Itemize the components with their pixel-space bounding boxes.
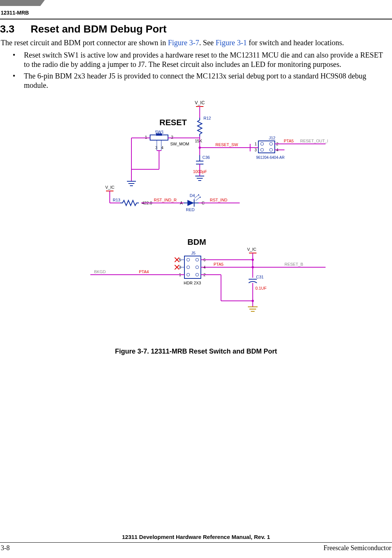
ground-icon <box>248 307 258 311</box>
net-pta5: PTA5 <box>284 139 294 143</box>
label-sw1-p1: 1 <box>145 135 147 139</box>
svg-point-57 <box>196 273 199 276</box>
label-c36-val: 1000pF <box>193 169 207 174</box>
label-vic-top: V_IC <box>195 100 205 105</box>
section-number: 3.3 <box>0 23 31 35</box>
svg-marker-46 <box>199 196 201 198</box>
section-title: Reset and BDM Debug Port <box>31 23 167 35</box>
ground-icon <box>127 181 136 186</box>
footer-rule <box>0 542 392 543</box>
label-sw-mom: SW_MOM <box>170 142 189 146</box>
ground-icon <box>195 174 219 181</box>
label-d4: D4 <box>190 193 195 198</box>
svg-rect-18 <box>258 141 275 153</box>
svg-marker-41 <box>187 200 194 206</box>
net-bkgd: BKGD <box>94 269 106 274</box>
label-vic-left: V_IC <box>105 185 115 189</box>
footer-company: Freescale Semiconductor <box>324 544 391 552</box>
intro-text-pre: The reset circuit and BDM port connector… <box>1 38 168 47</box>
svg-point-54 <box>187 266 190 269</box>
svg-point-56 <box>187 273 190 276</box>
label-j12-p3: 3 <box>255 148 257 152</box>
xref-figure-3-7[interactable]: Figure 3-7 <box>168 38 199 47</box>
label-j12-p1: 1 <box>255 142 257 146</box>
page-content: 12311-MRB 3.3Reset and BDM Debug Port Th… <box>0 0 392 355</box>
page-footer: 12311 Development Hardware Reference Man… <box>0 534 392 552</box>
page-tab-decoration <box>0 0 45 6</box>
label-d4-red: RED <box>186 207 195 212</box>
svg-marker-45 <box>198 194 199 195</box>
label-r12-val: 15K <box>195 139 202 143</box>
bullet-list: Reset switch SW1 is active low and provi… <box>0 50 392 90</box>
header-rule <box>0 19 392 19</box>
label-r12: R12 <box>203 116 211 120</box>
svg-point-20 <box>270 142 273 145</box>
intro-text-mid: . See <box>199 38 216 47</box>
net-reset-out-b: RESET_OUT_B <box>300 139 328 143</box>
intro-text-post: for switch and header locations. <box>247 38 344 47</box>
figure-caption: Figure 3-7. 12311-MRB Reset Switch and B… <box>64 348 328 355</box>
label-sw1-p2: 2 <box>171 135 173 139</box>
label-bdm-vic: V_IC <box>247 247 256 252</box>
figure-3-7: RESET V_IC R12 15K SW1 1 2 3 4 SW_MOM <box>64 99 328 355</box>
svg-point-22 <box>270 148 273 151</box>
svg-rect-3 <box>156 133 162 136</box>
svg-rect-2 <box>150 135 168 140</box>
net-rst-ind: RST_IND <box>210 198 227 202</box>
svg-point-53 <box>196 258 199 261</box>
net-reset-sw: RESET_SW <box>215 142 238 147</box>
xref-figure-3-1[interactable]: Figure 3-1 <box>215 38 247 47</box>
svg-point-66 <box>252 259 254 261</box>
svg-line-44 <box>196 198 199 201</box>
label-hdr: HDR 2X3 <box>184 281 201 285</box>
intro-paragraph: The reset circuit and BDM port connector… <box>1 38 391 47</box>
reset-title: RESET <box>159 118 187 127</box>
label-c36: C36 <box>202 155 210 160</box>
label-c31: C31 <box>256 275 264 279</box>
label-sw1-p3: 3 <box>155 146 158 150</box>
label-j5: J5 <box>191 251 196 255</box>
footer-doc-title: 12311 Development Hardware Reference Man… <box>0 534 392 540</box>
page-number: 3-8 <box>1 544 10 552</box>
svg-point-21 <box>261 148 264 151</box>
nc-icon <box>175 258 179 269</box>
svg-point-55 <box>196 266 199 269</box>
label-j12: J12 <box>269 136 276 140</box>
label-j12-part: 961204-6404-AR <box>256 155 284 160</box>
label-sw1-p4: 4 <box>161 146 164 150</box>
schematic-svg: RESET V_IC R12 15K SW1 1 2 3 4 SW_MOM <box>64 99 328 331</box>
list-item: The 6-pin BDM 2x3 header J5 is provided … <box>24 71 389 90</box>
net-reset-b: RESET_B <box>284 262 303 266</box>
label-c31-val: 0.1UF <box>255 286 267 290</box>
section-heading: 3.3Reset and BDM Debug Port <box>0 23 392 35</box>
label-r13: R13 <box>113 198 120 202</box>
net-bdm-pta5: PTA5 <box>214 262 224 266</box>
svg-point-19 <box>261 142 264 145</box>
list-item: Reset switch SW1 is active low and provi… <box>24 50 389 69</box>
running-header: 12311-MRB <box>1 10 392 16</box>
net-rst-ind-r: RST_IND_R <box>154 198 177 202</box>
bdm-title: BDM <box>187 237 206 247</box>
svg-point-52 <box>187 258 190 261</box>
net-pta4: PTA4 <box>139 269 149 274</box>
